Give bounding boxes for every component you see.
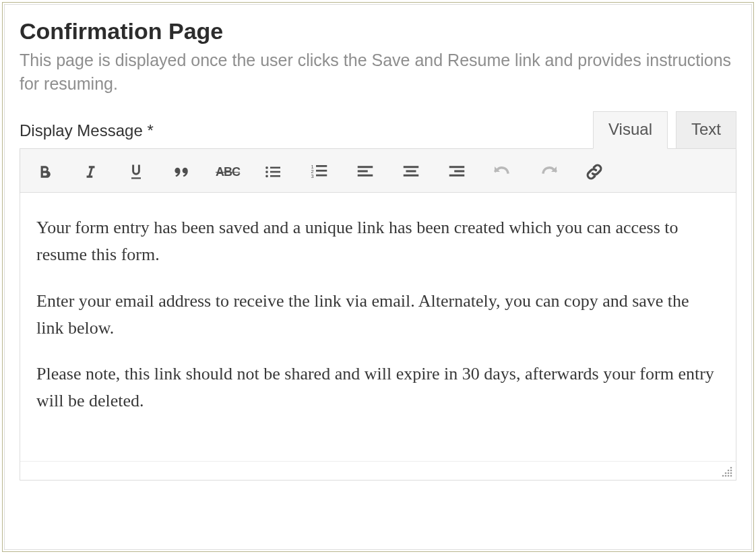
align-center-button[interactable] [398,158,424,185]
strikethrough-button[interactable]: ABC [214,158,241,185]
svg-point-9 [725,472,727,474]
blockquote-button[interactable] [168,158,195,185]
svg-point-11 [730,472,732,474]
numbered-list-icon: 123 [309,162,329,182]
tab-text[interactable]: Text [676,111,736,149]
link-icon [584,162,604,182]
redo-icon [538,161,559,183]
svg-text:3: 3 [311,173,314,179]
editor-mode-tabs: Visual Text [593,111,736,148]
content-paragraph: Enter your email address to receive the … [36,288,720,342]
align-center-icon [401,162,421,182]
redo-button[interactable] [535,158,562,185]
svg-point-7 [728,469,730,471]
svg-point-8 [730,469,732,471]
field-header-row: Display Message * Visual Text [20,111,736,148]
align-left-icon [355,162,375,182]
svg-point-10 [728,472,730,474]
bold-icon [36,163,53,181]
underline-icon [127,162,146,181]
svg-rect-1 [316,165,327,167]
editor-toolbar: ABC 123 [20,149,736,193]
quote-icon [172,162,192,182]
bullet-list-icon [263,162,284,182]
editor-status-bar [20,461,736,480]
content-paragraph: Please note, this link should not be sha… [36,361,720,415]
svg-rect-5 [316,175,327,177]
bold-button[interactable] [31,158,58,185]
content-paragraph: Your form entry has been saved and a uni… [36,214,720,269]
display-message-label: Display Message * [20,121,154,148]
svg-point-6 [730,466,732,468]
align-right-button[interactable] [443,158,470,185]
undo-icon [492,161,513,183]
numbered-list-button[interactable]: 123 [306,158,333,185]
italic-icon [82,163,99,181]
resize-handle[interactable] [721,466,733,478]
svg-point-15 [730,474,732,476]
outer-frame: Confirmation Page This page is displayed… [2,2,754,552]
underline-button[interactable] [123,158,150,185]
page-description: This page is displayed once the user cli… [20,49,736,96]
svg-point-12 [722,474,724,476]
page-title: Confirmation Page [20,18,736,44]
align-right-icon [447,162,467,182]
svg-rect-3 [316,170,327,172]
svg-point-14 [728,474,730,476]
italic-button[interactable] [77,158,104,185]
undo-button[interactable] [489,158,516,185]
tab-visual[interactable]: Visual [593,111,668,149]
settings-panel: Confirmation Page This page is displayed… [4,4,752,550]
link-button[interactable] [581,158,608,185]
strikethrough-icon: ABC [216,165,240,179]
bullet-list-button[interactable] [260,158,287,185]
editor-content-area[interactable]: Your form entry has been saved and a uni… [20,193,736,461]
svg-point-13 [725,474,727,476]
rich-text-editor: ABC 123 [20,148,736,481]
align-left-button[interactable] [352,158,379,185]
